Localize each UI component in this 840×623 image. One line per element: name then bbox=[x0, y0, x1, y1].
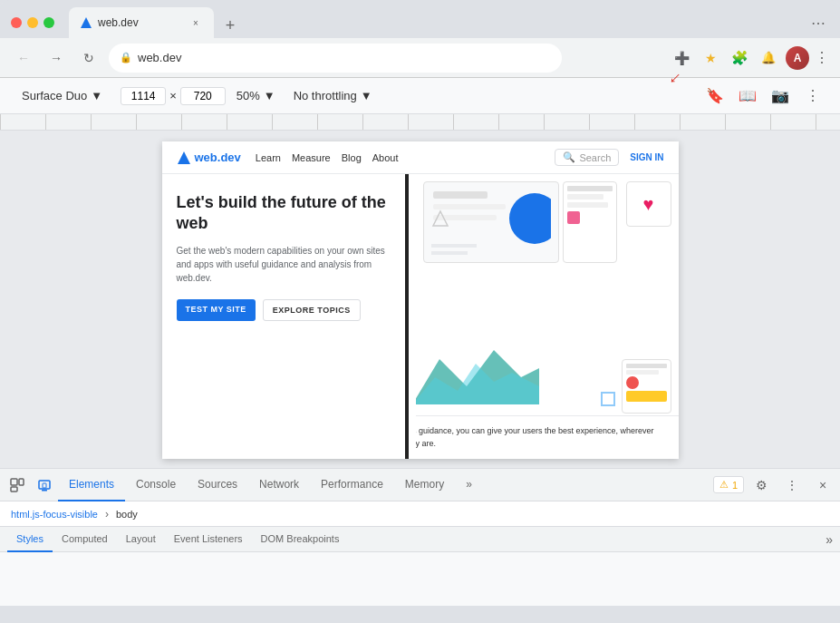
url-bar[interactable]: 🔒 web.dev bbox=[109, 44, 562, 73]
zoom-selector[interactable]: 50% ▼ bbox=[237, 89, 275, 102]
webdev-nav-links: Learn Measure Blog About bbox=[256, 152, 399, 163]
refresh-button[interactable]: ↻ bbox=[76, 45, 101, 71]
tab-styles[interactable]: Styles bbox=[7, 527, 53, 552]
devtools-settings-button[interactable]: ⚙ bbox=[748, 472, 775, 499]
extensions-icon-button[interactable]: ➕ bbox=[670, 46, 693, 70]
zoom-level-label: 50% bbox=[237, 89, 260, 102]
browser-menu-dots[interactable]: ⋯ bbox=[807, 11, 829, 35]
mock-card-bottom-right bbox=[622, 359, 671, 414]
device-mode-toggle-button[interactable] bbox=[31, 472, 58, 499]
svg-marker-0 bbox=[81, 17, 92, 28]
tab-sources[interactable]: Sources bbox=[187, 469, 248, 501]
forward-button[interactable]: → bbox=[43, 45, 69, 71]
nav-link-measure[interactable]: Measure bbox=[292, 152, 331, 163]
svg-marker-1 bbox=[178, 151, 190, 164]
device-toolbar-right: 🔖 📖 📷 ⋮ bbox=[702, 83, 826, 109]
address-bar: ← → ↻ 🔒 web.dev ➕ ★ ↓ 🧩 🔔 A ⋮ bbox=[0, 38, 840, 78]
hero-buttons: TEST MY SITE EXPLORE TOPICS bbox=[177, 299, 401, 321]
tab-dom-breakpoints[interactable]: DOM Breakpoints bbox=[252, 527, 349, 552]
nav-link-about[interactable]: About bbox=[372, 152, 399, 163]
alert-icon-button[interactable]: 🔔 bbox=[757, 46, 780, 70]
more-tabs-button[interactable]: » bbox=[455, 469, 483, 501]
svg-rect-9 bbox=[42, 490, 47, 492]
user-avatar[interactable]: A bbox=[786, 46, 809, 70]
webdev-logo[interactable]: web.dev bbox=[177, 151, 241, 165]
inspect-element-button[interactable] bbox=[4, 472, 31, 499]
book-icon-button[interactable]: 📖 bbox=[735, 83, 760, 109]
traffic-lights bbox=[11, 17, 54, 28]
webdev-navbar: web.dev Learn Measure Blog About 🔍 Searc… bbox=[162, 141, 679, 174]
webdev-signin-button[interactable]: SIGN IN bbox=[630, 152, 663, 162]
traffic-light-red[interactable] bbox=[11, 17, 22, 28]
styles-panel-tabs: Styles Computed Layout Event Listeners D… bbox=[0, 527, 840, 552]
dimension-x-separator: × bbox=[169, 89, 177, 102]
warning-badge[interactable]: ⚠ 1 bbox=[713, 476, 744, 493]
viewport: web.dev Learn Measure Blog About 🔍 Searc… bbox=[0, 131, 840, 468]
explore-topics-button[interactable]: EXPLORE TOPICS bbox=[263, 299, 361, 321]
svg-rect-10 bbox=[43, 483, 46, 488]
tab-elements[interactable]: Elements bbox=[58, 469, 125, 501]
svg-marker-4 bbox=[412, 364, 539, 404]
device-frame: web.dev Learn Measure Blog About 🔍 Searc… bbox=[162, 141, 679, 459]
tab-console[interactable]: Console bbox=[125, 469, 187, 501]
screenshot-icon-button[interactable]: 📷 bbox=[768, 83, 793, 109]
tabs-container: web.dev × + bbox=[69, 7, 807, 38]
tab-event-listeners[interactable]: Event Listeners bbox=[165, 527, 252, 552]
svg-marker-2 bbox=[433, 211, 448, 226]
address-bar-more-button[interactable]: ⋮ bbox=[815, 49, 829, 66]
devtools-more-button[interactable]: ⋮ bbox=[778, 472, 806, 499]
nav-link-blog[interactable]: Blog bbox=[342, 152, 362, 163]
webdev-logo-text: web.dev bbox=[195, 151, 241, 164]
devtools-close-button[interactable]: × bbox=[809, 472, 836, 499]
tab-network[interactable]: Network bbox=[248, 469, 310, 501]
extensions-puzzle-icon[interactable]: 🧩 bbox=[728, 46, 751, 70]
svg-rect-6 bbox=[11, 487, 17, 492]
tab-close-button[interactable]: × bbox=[188, 15, 203, 30]
back-button[interactable]: ← bbox=[11, 45, 36, 71]
svg-rect-7 bbox=[19, 479, 24, 485]
tab-memory[interactable]: Memory bbox=[394, 469, 455, 501]
breadcrumb-body[interactable]: body bbox=[112, 507, 141, 521]
new-tab-button[interactable]: + bbox=[217, 13, 243, 38]
tab-title: web.dev bbox=[98, 16, 183, 29]
devtools-panel: Elements Console Sources Network Perform… bbox=[0, 468, 840, 606]
throttle-dropdown-icon: ▼ bbox=[361, 89, 372, 102]
tab-computed[interactable]: Computed bbox=[53, 527, 117, 552]
width-input[interactable] bbox=[121, 87, 166, 105]
mock-card-right-1 bbox=[563, 181, 617, 263]
height-input[interactable] bbox=[180, 87, 226, 105]
tab-performance[interactable]: Performance bbox=[310, 469, 394, 501]
bookmark-icon-button[interactable]: 🔖 bbox=[702, 83, 728, 109]
svg-rect-5 bbox=[11, 479, 17, 485]
lock-icon: 🔒 bbox=[120, 52, 132, 63]
nav-link-learn[interactable]: Learn bbox=[256, 152, 281, 163]
throttle-selector[interactable]: No throttling ▼ bbox=[286, 85, 380, 106]
styles-more-tabs-button[interactable]: » bbox=[826, 532, 833, 547]
webdev-search[interactable]: 🔍 Search bbox=[555, 149, 619, 166]
hero-description: Get the web's modern capabilities on you… bbox=[177, 244, 401, 285]
traffic-light-green[interactable] bbox=[43, 17, 54, 28]
tab-favicon bbox=[80, 16, 92, 29]
search-label: Search bbox=[579, 152, 611, 163]
breadcrumb-html[interactable]: html.js-focus-visible bbox=[7, 507, 101, 521]
warning-icon: ⚠ bbox=[719, 479, 729, 491]
browser-menu-right: ⋯ bbox=[807, 11, 829, 35]
bookmark-star-icon[interactable]: ★ bbox=[699, 46, 722, 70]
breadcrumb-separator: › bbox=[105, 508, 109, 521]
test-my-site-button[interactable]: TEST MY SITE bbox=[177, 299, 256, 321]
device-selector[interactable]: Surface Duo ▼ bbox=[14, 85, 110, 106]
tab-layout[interactable]: Layout bbox=[117, 527, 165, 552]
device-dropdown-icon: ▼ bbox=[91, 89, 102, 102]
zoom-dropdown-icon: ▼ bbox=[264, 89, 275, 102]
device-toolbar-more-button[interactable]: ⋮ bbox=[800, 83, 826, 109]
url-text: web.dev bbox=[138, 51, 181, 64]
hero-title: Let's build the future of the web bbox=[177, 192, 401, 235]
viewport-divider bbox=[405, 174, 409, 459]
active-tab[interactable]: web.dev × bbox=[69, 7, 214, 38]
throttle-label: No throttling bbox=[294, 89, 357, 102]
webdev-hero: Let's build the future of the web Get th… bbox=[162, 174, 679, 459]
dimension-inputs: × bbox=[121, 87, 226, 105]
mock-circle-icon bbox=[601, 392, 615, 406]
traffic-light-yellow[interactable] bbox=[27, 17, 38, 28]
element-breadcrumb-bar: html.js-focus-visible › body bbox=[0, 501, 840, 527]
